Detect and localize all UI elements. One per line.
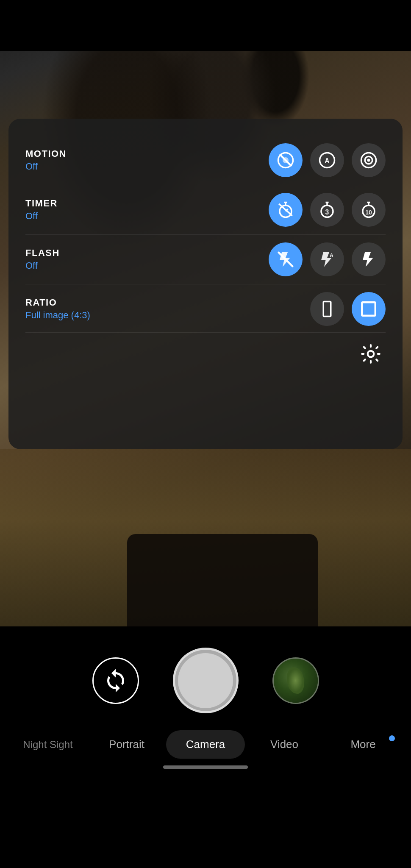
home-indicator bbox=[163, 765, 248, 769]
svg-rect-23 bbox=[323, 302, 331, 317]
timer-10s-icon: 10 bbox=[360, 201, 378, 219]
svg-point-25 bbox=[368, 351, 374, 357]
tab-more-label: More bbox=[350, 738, 375, 751]
timer-setting-name: TIMER bbox=[25, 198, 58, 209]
gallery-button[interactable] bbox=[272, 657, 319, 704]
top-status-bar bbox=[0, 0, 411, 51]
svg-text:3: 3 bbox=[325, 209, 329, 216]
ratio-square-button[interactable] bbox=[352, 292, 386, 326]
tab-portrait-label: Portrait bbox=[109, 738, 144, 751]
flip-camera-icon bbox=[103, 668, 128, 693]
gallery-thumbnail bbox=[274, 659, 318, 703]
flash-row: FLASH Off A bbox=[25, 235, 386, 284]
motion-controls: A bbox=[269, 143, 386, 177]
timer-off-icon bbox=[277, 201, 294, 219]
ratio-setting-value: Full image (4:3) bbox=[25, 310, 90, 321]
motion-auto-button[interactable]: A bbox=[310, 143, 344, 177]
timer-setting-value: Off bbox=[25, 211, 58, 222]
svg-point-2 bbox=[283, 157, 289, 163]
tab-night-sight-label: Night Sight bbox=[23, 739, 72, 750]
flash-auto-button[interactable]: A bbox=[310, 242, 344, 276]
motion-setting-name: MOTION bbox=[25, 148, 67, 159]
svg-text:10: 10 bbox=[365, 209, 372, 216]
motion-label-group: MOTION Off bbox=[25, 148, 67, 172]
timer-row: TIMER Off 3 bbox=[25, 185, 386, 235]
flash-controls: A bbox=[269, 242, 386, 276]
camera-settings-button[interactable] bbox=[356, 339, 386, 369]
flash-setting-value: Off bbox=[25, 260, 60, 271]
ratio-portrait-button[interactable] bbox=[310, 292, 344, 326]
flip-camera-button[interactable] bbox=[92, 657, 139, 704]
flash-on-button[interactable] bbox=[352, 242, 386, 276]
ratio-label-group: RATIO Full image (4:3) bbox=[25, 297, 90, 321]
motion-setting-value: Off bbox=[25, 161, 67, 172]
tab-video[interactable]: Video bbox=[245, 730, 324, 759]
flash-label-group: FLASH Off bbox=[25, 248, 60, 271]
more-dot-indicator bbox=[389, 735, 395, 741]
motion-on-button[interactable] bbox=[352, 143, 386, 177]
bottom-controls-area: Night Sight Portrait Camera Video More bbox=[0, 626, 411, 868]
gear-row bbox=[25, 335, 386, 369]
ratio-setting-name: RATIO bbox=[25, 297, 90, 308]
shutter-button[interactable] bbox=[173, 648, 239, 713]
timer-controls: 3 10 bbox=[269, 193, 386, 227]
motion-off-button[interactable] bbox=[269, 143, 303, 177]
motion-auto-icon: A bbox=[318, 151, 336, 169]
mode-tabs-bar: Night Sight Portrait Camera Video More bbox=[0, 730, 411, 759]
gear-icon bbox=[360, 343, 381, 364]
settings-panel: MOTION Off A bbox=[8, 119, 403, 449]
tab-portrait[interactable]: Portrait bbox=[87, 730, 166, 759]
motion-row: MOTION Off A bbox=[25, 136, 386, 185]
svg-point-7 bbox=[367, 159, 370, 162]
flash-on-icon bbox=[360, 250, 378, 268]
ratio-controls bbox=[310, 292, 386, 326]
ratio-portrait-icon bbox=[318, 300, 336, 318]
dark-object bbox=[127, 534, 318, 627]
svg-rect-24 bbox=[362, 302, 375, 316]
ratio-row: RATIO Full image (4:3) bbox=[25, 284, 386, 330]
settings-divider bbox=[25, 332, 386, 333]
flash-setting-name: FLASH bbox=[25, 248, 60, 259]
flash-off-button[interactable] bbox=[269, 242, 303, 276]
timer-3s-button[interactable]: 3 bbox=[310, 193, 344, 227]
timer-label-group: TIMER Off bbox=[25, 198, 58, 222]
timer-3s-icon: 3 bbox=[318, 201, 336, 219]
camera-controls-row bbox=[0, 626, 411, 730]
flash-off-icon bbox=[277, 250, 294, 268]
ratio-square-icon bbox=[360, 300, 378, 318]
tab-camera[interactable]: Camera bbox=[166, 730, 245, 759]
tab-more[interactable]: More bbox=[324, 730, 403, 759]
svg-text:A: A bbox=[325, 157, 329, 164]
tab-night-sight[interactable]: Night Sight bbox=[8, 731, 87, 758]
tab-camera-label: Camera bbox=[186, 738, 225, 751]
timer-10s-button[interactable]: 10 bbox=[352, 193, 386, 227]
shutter-inner-circle bbox=[178, 653, 233, 708]
svg-text:A: A bbox=[330, 253, 333, 259]
flash-auto-icon: A bbox=[318, 250, 336, 268]
motion-on-icon bbox=[360, 151, 378, 169]
tab-video-label: Video bbox=[270, 738, 298, 751]
timer-off-button[interactable] bbox=[269, 193, 303, 227]
motion-off-icon bbox=[277, 151, 294, 169]
